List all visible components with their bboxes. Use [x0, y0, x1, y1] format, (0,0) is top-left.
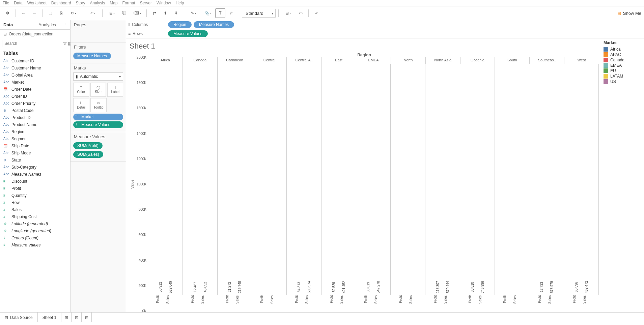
- highlight-icon[interactable]: ✎: [187, 8, 200, 18]
- field-profit[interactable]: #Profit: [0, 185, 70, 192]
- field-customer-id[interactable]: AbcCustomer ID: [0, 57, 70, 64]
- region-header[interactable]: West: [564, 57, 599, 64]
- field-orders-count-[interactable]: #Orders (Count): [0, 234, 70, 241]
- filter-icon[interactable]: ▽: [63, 41, 66, 46]
- legend-item-eu[interactable]: EU: [604, 68, 641, 73]
- field-discount[interactable]: #Discount: [0, 178, 70, 185]
- mark-label-button[interactable]: TLabel: [107, 83, 123, 97]
- field-order-id[interactable]: AbcOrder ID: [0, 93, 70, 100]
- field-order-date[interactable]: 📅Order Date: [0, 86, 70, 93]
- share-icon[interactable]: ∝: [311, 8, 321, 18]
- menu-map[interactable]: Map: [110, 1, 117, 5]
- search-input[interactable]: [2, 40, 62, 47]
- region-header[interactable]: Caribbean: [217, 57, 252, 64]
- new-dashboard-tab-icon[interactable]: ⊡: [72, 313, 82, 322]
- field-sub-category[interactable]: AbcSub-Category: [0, 164, 70, 171]
- region-header[interactable]: EMEA: [356, 57, 391, 64]
- menu-analysis[interactable]: Analysis: [90, 1, 105, 5]
- menu-window[interactable]: Window: [157, 1, 171, 5]
- save-icon[interactable]: ▢: [45, 8, 55, 18]
- menu-worksheet[interactable]: Worksheet: [27, 1, 47, 5]
- menu-dashboard[interactable]: Dashboard: [51, 1, 71, 5]
- region-header[interactable]: North Asia: [425, 57, 460, 64]
- field-sales[interactable]: #Sales: [0, 206, 70, 213]
- field-quantity[interactable]: #Quantity: [0, 192, 70, 199]
- menu-format[interactable]: Format: [122, 1, 135, 5]
- filters-shelf[interactable]: Filters: [71, 42, 126, 52]
- sort-desc-icon[interactable]: ⬇: [171, 8, 181, 18]
- menu-story[interactable]: Story: [76, 1, 85, 5]
- region-header[interactable]: Southeas..: [529, 57, 564, 64]
- field-shipping-cost[interactable]: #Shipping Cost: [0, 213, 70, 220]
- columns-shelf[interactable]: ⦀Columns Region Measure Names: [126, 20, 644, 29]
- field-longitude-generated-[interactable]: ⊕Longitude (generated): [0, 227, 70, 234]
- datasource-item[interactable]: ⊟ Orders (data_connection...: [0, 30, 70, 38]
- mark-tooltip-button[interactable]: ▭Tooltip: [90, 98, 106, 112]
- field-segment[interactable]: AbcSegment: [0, 135, 70, 142]
- mv-pill-sales[interactable]: SUM(Sales): [73, 151, 103, 158]
- analytics-menu-icon[interactable]: ⋮: [63, 23, 67, 27]
- menu-data[interactable]: Data: [14, 1, 22, 5]
- region-header[interactable]: North: [391, 57, 425, 64]
- tableau-logo-icon[interactable]: ✻: [3, 8, 13, 18]
- region-header[interactable]: Central A..: [286, 57, 321, 64]
- region-header[interactable]: Oceania: [460, 57, 495, 64]
- region-header[interactable]: East: [321, 57, 356, 64]
- pin-icon[interactable]: ☆: [226, 8, 236, 18]
- legend-item-latam[interactable]: LATAM: [604, 73, 641, 79]
- field-measure-values[interactable]: #Measure Values: [0, 241, 70, 248]
- new-data-icon[interactable]: ⎘: [56, 8, 66, 18]
- duplicate-icon[interactable]: ⿻: [119, 8, 130, 18]
- forward-icon[interactable]: →: [29, 8, 39, 18]
- show-me-button[interactable]: ⊞ Show Me: [617, 11, 641, 16]
- legend-item-canada[interactable]: Canada: [604, 57, 641, 63]
- new-worksheet-icon[interactable]: ⊞: [105, 8, 119, 18]
- legend-item-africa[interactable]: Africa: [604, 47, 641, 52]
- region-header[interactable]: Canada: [183, 57, 217, 64]
- region-header[interactable]: Africa: [148, 57, 183, 64]
- field-global-area[interactable]: AbcGlobal Area: [0, 71, 70, 79]
- menu-help[interactable]: Help: [176, 1, 184, 5]
- field-order-priority[interactable]: AbcOrder Priority: [0, 100, 70, 107]
- color-legend[interactable]: Market AfricaAPACCanadaEMEAEULATAMUS: [600, 38, 644, 312]
- group-icon[interactable]: 📎: [201, 8, 215, 18]
- sort-asc-icon[interactable]: ⬆: [160, 8, 170, 18]
- column-pill-measure-names[interactable]: Measure Names: [194, 21, 234, 28]
- legend-item-apac[interactable]: APAC: [604, 52, 641, 57]
- mark-size-button[interactable]: ◯Size: [90, 83, 106, 97]
- new-story-tab-icon[interactable]: ⊟: [82, 313, 92, 322]
- menu-server[interactable]: Server: [140, 1, 152, 5]
- field-measure-names[interactable]: AbcMeasure Names: [0, 171, 70, 178]
- region-header[interactable]: South: [495, 57, 529, 64]
- mark-pill-measure-values[interactable]: TMeasure Values: [73, 121, 123, 128]
- clear-icon[interactable]: ⌫: [130, 8, 144, 18]
- column-pill-region[interactable]: Region: [168, 21, 192, 28]
- field-latitude-generated-[interactable]: ⊕Latitude (generated): [0, 220, 70, 227]
- field-postal-code[interactable]: ⊕Postal Code: [0, 107, 70, 114]
- legend-item-us[interactable]: US: [604, 79, 641, 84]
- mark-color-button[interactable]: ⠿Color: [73, 83, 89, 97]
- refresh-icon[interactable]: ⟳: [67, 8, 80, 18]
- field-customer-name[interactable]: AbcCustomer Name: [0, 64, 70, 71]
- field-product-id[interactable]: AbcProduct ID: [0, 114, 70, 121]
- back-icon[interactable]: ←: [19, 8, 29, 18]
- tab-analytics[interactable]: Analytics⋮: [35, 20, 70, 29]
- filter-pill-measure-names[interactable]: Measure Names: [73, 53, 111, 59]
- field-region[interactable]: AbcRegion: [0, 128, 70, 135]
- legend-item-emea[interactable]: EMEA: [604, 63, 641, 68]
- swap-icon[interactable]: ⇄: [149, 8, 160, 18]
- mark-detail-button[interactable]: ⠇Detail: [73, 98, 89, 112]
- field-ship-date[interactable]: 📅Ship Date: [0, 142, 70, 149]
- sheet-tab[interactable]: Sheet 1: [38, 313, 61, 322]
- fit-selector[interactable]: Standard: [242, 9, 276, 18]
- menu-file[interactable]: File: [3, 1, 9, 5]
- new-worksheet-tab-icon[interactable]: ⊞: [61, 313, 72, 322]
- field-product-name[interactable]: AbcProduct Name: [0, 121, 70, 128]
- field-ship-mode[interactable]: AbcShip Mode: [0, 149, 70, 156]
- row-pill-measure-values[interactable]: Measure Values: [168, 30, 208, 37]
- chart-plot-area[interactable]: 58,912522,04912,48746,05221,272219,74835…: [148, 64, 599, 295]
- undo-icon[interactable]: ↶: [86, 8, 100, 18]
- datasource-tab[interactable]: ⊟Data Source: [0, 313, 38, 322]
- field-state[interactable]: ⊕State: [0, 156, 70, 164]
- tab-data[interactable]: Data: [0, 20, 35, 29]
